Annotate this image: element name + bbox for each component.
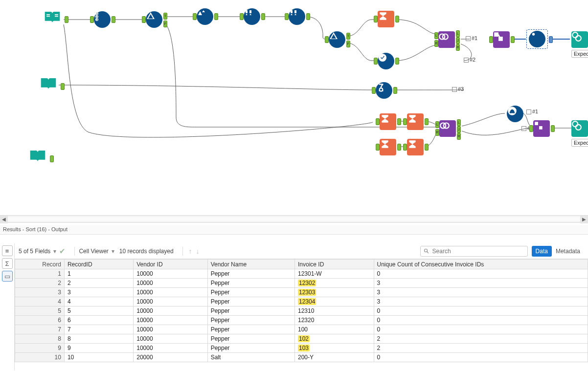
summarize-tool-1[interactable] [378,11,394,27]
cell-vendorid[interactable]: 10000 [134,288,207,297]
table-row[interactable]: 101020000Salt200-Y0 [15,353,588,362]
cell-invoiceid[interactable]: 12320 [295,316,374,325]
false-anchor[interactable]: F [346,41,350,47]
left-anchor[interactable]: L [435,121,439,128]
input-anchor[interactable] [376,118,380,125]
col-vendorid[interactable]: Vendor ID [134,260,207,269]
cell-vendorid[interactable]: 10000 [134,279,207,288]
table-row[interactable]: 4410000Pepper123043 [15,297,588,306]
metadata-tab-button[interactable]: Metadata [552,246,584,257]
dynamic-replace-tool-2[interactable] [533,120,550,137]
side-tab-summary[interactable]: Σ [2,258,13,269]
table-row[interactable]: 9910000Pepper1032 [15,344,588,353]
data-tab-button[interactable]: Data [532,246,552,257]
right-anchor[interactable]: R [434,40,438,47]
cell-recordid[interactable]: 9 [64,344,133,353]
input-anchor[interactable] [325,36,329,43]
left-anchor[interactable]: L [434,32,438,39]
output-anchor[interactable] [65,16,68,23]
true-anchor[interactable]: T [163,13,167,20]
cell-vendorname[interactable]: Pepper [207,288,294,297]
nav-down-button[interactable]: ↓ [194,246,202,256]
output-anchor[interactable] [395,16,399,22]
col-record[interactable]: Record [15,260,65,269]
cell-unique[interactable]: 0 [374,353,588,362]
output-anchor[interactable] [393,87,397,94]
multi-row-tool-1[interactable] [244,8,260,25]
col-unique[interactable]: Unique Count of Consecutive Invoice IDs [374,260,588,269]
cell-invoiceid[interactable]: 200-Y [295,353,374,362]
filter-tool-2[interactable] [329,31,345,48]
cell-unique[interactable]: 3 [374,297,588,306]
l-output[interactable]: L [456,30,460,37]
canvas-horizontal-scrollbar[interactable]: ◀ ▶ [0,215,588,223]
cell-unique[interactable]: 0 [374,325,588,334]
cell-vendorname[interactable]: Pepper [207,306,294,316]
cell-vendorid[interactable]: 20000 [134,353,207,362]
cell-vendorid[interactable]: 10000 [134,325,207,334]
cell-vendorname[interactable]: Pepper [207,316,294,325]
cell-invoiceid[interactable]: 12301-W [295,269,374,279]
output-anchor[interactable] [397,118,401,125]
side-tab-messages[interactable]: ≡ [2,245,13,256]
input-data-tool-1[interactable] [44,11,64,28]
formula-tool-2[interactable] [507,106,523,122]
cell-vendorid[interactable]: 10000 [134,344,207,353]
cell-vendorname[interactable]: Salt [207,353,294,362]
output-anchor[interactable] [61,83,65,90]
scroll-track[interactable] [8,217,580,221]
input-anchor[interactable] [489,36,493,43]
cell-viewer-dropdown[interactable]: Cell Viewer▾ [79,248,114,255]
input-data-tool-2[interactable] [40,77,60,95]
input-anchor[interactable] [240,13,244,20]
formula-tool[interactable] [376,82,392,99]
nav-up-button[interactable]: ↑ [187,246,194,256]
side-tab-data[interactable]: ▭ [2,271,13,282]
right-anchor[interactable]: R [435,129,439,136]
cell-vendorname[interactable]: Pepper [207,344,294,353]
output-anchor[interactable] [425,144,429,151]
browse-tool-2[interactable] [571,120,588,137]
select-tool[interactable] [378,53,394,69]
col-vendorname[interactable]: Vendor Name [207,260,294,269]
cell-recordid[interactable]: 4 [64,297,133,306]
cell-vendorid[interactable]: 10000 [134,297,207,306]
j-output[interactable]: J [457,126,461,133]
cell-recordid[interactable]: 6 [64,316,133,325]
cell-vendorname[interactable]: Pepper [207,279,294,288]
fields-dropdown[interactable]: 5 of 5 Fields▾ ✔ [19,247,66,256]
input-data-tool-3[interactable] [29,150,49,167]
j-output[interactable]: J [456,37,460,44]
join-tool-1[interactable] [438,31,455,48]
summarize-tool-3[interactable] [380,139,396,155]
table-row[interactable]: 8810000Pepper1022 [15,334,588,344]
table-row[interactable]: 2210000Pepper123023 [15,279,588,288]
record-id-tool[interactable]: 123 [94,11,111,28]
cell-unique[interactable]: 2 [374,344,588,353]
results-grid[interactable]: Record RecordID Vendor ID Vendor Name In… [15,259,588,371]
cell-invoiceid[interactable]: 12303 [295,288,374,297]
join-tool-2[interactable] [439,120,456,137]
workflow-canvas[interactable]: 123 T F T F L [0,0,588,215]
cell-recordid[interactable]: 2 [64,279,133,288]
input-anchor[interactable] [285,13,289,20]
scroll-left-arrow[interactable]: ◀ [0,216,8,223]
output-anchor[interactable] [395,58,399,65]
output-anchor[interactable] [551,125,555,132]
false-anchor[interactable]: F [163,21,167,27]
sort-tool[interactable] [197,8,213,25]
cell-invoiceid[interactable]: 103 [295,344,374,353]
r-output[interactable]: R [457,133,461,140]
output-anchor[interactable] [549,36,553,43]
table-row[interactable]: 3310000Pepper123033 [15,288,588,297]
browse-tool-1[interactable] [571,31,588,48]
input-anchor[interactable] [142,16,146,23]
cell-unique[interactable]: 3 [374,279,588,288]
cell-unique[interactable]: 0 [374,306,588,316]
tool-container[interactable] [526,29,548,49]
table-row[interactable]: 5510000Pepper123100 [15,306,588,316]
summarize-tool-4[interactable] [407,139,424,155]
cell-vendorid[interactable]: 10000 [134,269,207,279]
cell-recordid[interactable]: 7 [64,325,133,334]
col-recordid[interactable]: RecordID [64,260,133,269]
